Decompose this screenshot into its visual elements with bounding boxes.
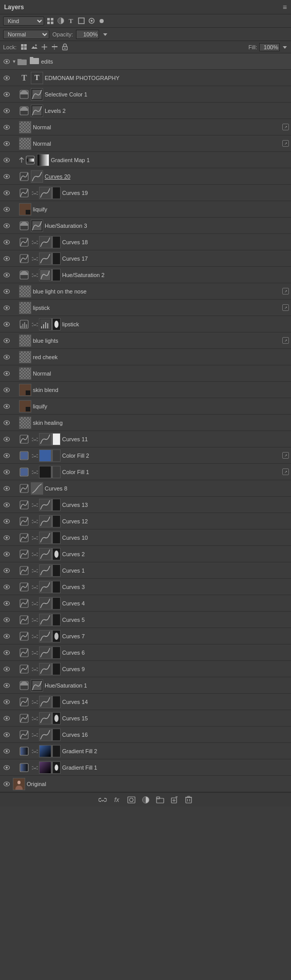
visibility-toggle[interactable] xyxy=(2,155,11,165)
layer-row[interactable]: Gradient Fill 1 xyxy=(0,759,291,776)
layer-row[interactable]: Normal↗ xyxy=(0,135,291,152)
layer-row[interactable]: Curves 16 xyxy=(0,727,291,743)
eye-icon[interactable] xyxy=(3,732,10,737)
visibility-toggle[interactable] xyxy=(2,550,11,559)
visibility-toggle[interactable] xyxy=(2,238,11,247)
layer-row[interactable]: Color Fill 1↗ xyxy=(0,464,291,480)
eye-icon[interactable] xyxy=(3,289,10,294)
layer-row[interactable]: Gradient Map 1 xyxy=(0,152,291,168)
layer-row[interactable]: Selective Color 1 xyxy=(0,86,291,103)
visibility-toggle[interactable] xyxy=(2,418,11,427)
visibility-toggle[interactable] xyxy=(2,500,11,509)
eye-icon[interactable] xyxy=(3,256,10,261)
eye-icon[interactable] xyxy=(3,404,10,409)
eye-icon[interactable] xyxy=(3,601,10,606)
layer-row[interactable]: Curves 9 xyxy=(0,661,291,677)
eye-icon[interactable] xyxy=(3,486,10,491)
visibility-toggle[interactable] xyxy=(2,106,11,115)
eye-icon[interactable] xyxy=(3,781,10,787)
visibility-toggle[interactable] xyxy=(2,632,11,641)
new-group-icon[interactable] xyxy=(155,795,165,805)
eye-icon[interactable] xyxy=(3,502,10,507)
eye-icon[interactable] xyxy=(3,108,10,113)
layer-row[interactable]: Curves 15 xyxy=(0,710,291,727)
type-filter-icon[interactable]: T xyxy=(67,17,75,25)
layer-row[interactable]: blue lights↗ xyxy=(0,332,291,349)
layer-row[interactable]: Curves 5 xyxy=(0,612,291,628)
layer-row[interactable]: Color Fill 2↗ xyxy=(0,447,291,464)
layer-row[interactable]: Hue/Saturation 1 xyxy=(0,677,291,694)
link-layers-icon[interactable] xyxy=(98,795,108,805)
layer-row[interactable]: lipstick↗ xyxy=(0,300,291,316)
layer-row[interactable]: Original xyxy=(0,776,291,792)
visibility-toggle[interactable] xyxy=(2,123,11,132)
eye-icon[interactable] xyxy=(3,667,10,672)
layer-row[interactable]: Curves 4 xyxy=(0,595,291,612)
eye-icon[interactable] xyxy=(3,371,10,376)
layer-row[interactable]: Gradient Fill 2 xyxy=(0,743,291,759)
new-adjustment-icon[interactable] xyxy=(141,795,151,805)
layer-row[interactable]: blue light on the nose↗ xyxy=(0,283,291,300)
layer-row[interactable]: Curves 2 xyxy=(0,546,291,562)
layer-row[interactable]: Hue/Saturation 2 xyxy=(0,267,291,283)
eye-icon[interactable] xyxy=(3,223,10,228)
layer-row[interactable]: Curves 7 xyxy=(0,628,291,644)
eye-icon[interactable] xyxy=(3,92,10,97)
visibility-toggle[interactable] xyxy=(2,172,11,181)
add-mask-icon[interactable] xyxy=(126,795,137,805)
visibility-toggle[interactable] xyxy=(2,303,11,312)
layer-row[interactable]: skin blend xyxy=(0,382,291,398)
layer-row[interactable]: Curves 1 xyxy=(0,562,291,579)
opacity-input[interactable] xyxy=(76,30,99,39)
visibility-toggle[interactable] xyxy=(2,681,11,690)
visibility-toggle[interactable] xyxy=(2,648,11,657)
visibility-toggle[interactable] xyxy=(2,779,11,789)
visibility-toggle[interactable] xyxy=(2,254,11,263)
visibility-toggle[interactable] xyxy=(2,73,11,83)
eye-icon[interactable] xyxy=(3,535,10,540)
visibility-toggle[interactable] xyxy=(2,139,11,148)
panel-menu-icon[interactable]: ≡ xyxy=(283,3,287,11)
layer-row[interactable]: lipstick xyxy=(0,316,291,332)
delete-layer-icon[interactable] xyxy=(184,795,194,805)
visibility-toggle[interactable] xyxy=(2,435,11,444)
eye-icon[interactable] xyxy=(3,617,10,622)
visibility-toggle[interactable] xyxy=(2,517,11,526)
new-layer-icon[interactable] xyxy=(169,795,180,805)
visibility-toggle[interactable] xyxy=(2,205,11,214)
lock-pixels-icon[interactable] xyxy=(20,43,28,51)
layer-row[interactable]: Curves 14 xyxy=(0,694,291,710)
eye-icon[interactable] xyxy=(3,322,10,327)
eye-icon[interactable] xyxy=(3,272,10,278)
layer-row[interactable]: Curves 11 xyxy=(0,431,291,447)
layer-row[interactable]: liquify xyxy=(0,201,291,218)
layer-row[interactable]: liquify xyxy=(0,398,291,415)
visibility-toggle[interactable] xyxy=(2,747,11,756)
eye-icon[interactable] xyxy=(3,765,10,770)
fx-icon[interactable]: fx xyxy=(112,795,122,805)
layer-row[interactable]: Curves 8 xyxy=(0,480,291,497)
visibility-toggle[interactable] xyxy=(2,57,11,66)
layer-row[interactable]: Hue/Saturation 3 xyxy=(0,218,291,234)
eye-icon[interactable] xyxy=(3,437,10,442)
eye-icon[interactable] xyxy=(3,141,10,146)
layer-row[interactable]: Curves 10 xyxy=(0,530,291,546)
visibility-toggle[interactable] xyxy=(2,451,11,460)
layer-row[interactable]: Curves 13 xyxy=(0,497,291,513)
eye-icon[interactable] xyxy=(3,355,10,360)
group-chevron[interactable]: ▾ xyxy=(13,58,15,64)
smart-filter-icon[interactable] xyxy=(87,17,95,25)
visibility-toggle[interactable] xyxy=(2,697,11,707)
lock-position-icon[interactable] xyxy=(40,43,48,51)
eye-icon[interactable] xyxy=(3,699,10,704)
eye-icon[interactable] xyxy=(3,453,10,458)
visibility-toggle[interactable] xyxy=(2,287,11,296)
visibility-toggle[interactable] xyxy=(2,467,11,477)
eye-icon[interactable] xyxy=(3,469,10,475)
visibility-toggle[interactable] xyxy=(2,599,11,608)
eye-icon[interactable] xyxy=(3,59,10,64)
visibility-toggle[interactable] xyxy=(2,385,11,395)
layer-row[interactable]: Curves 20 xyxy=(0,168,291,185)
eye-icon[interactable] xyxy=(3,158,10,163)
layer-row[interactable]: Curves 19 xyxy=(0,185,291,201)
